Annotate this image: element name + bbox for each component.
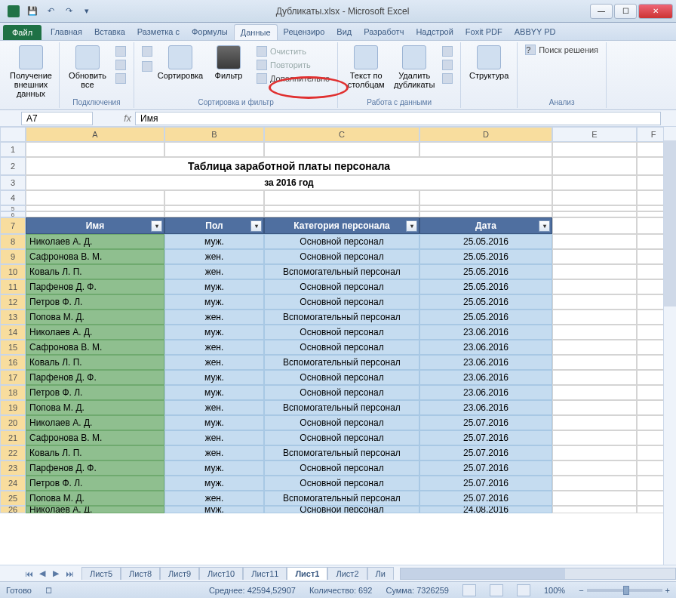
cell-date[interactable]: 25.07.2016 [419,460,552,476]
cell-name[interactable]: Петров Ф. Л. [26,476,164,491]
table-row[interactable]: 15Сафронова В. М.жен.Основной персонал23… [0,340,676,355]
sheet-nav-prev[interactable]: ◀ [36,568,48,580]
cell-category[interactable]: Вспомогательный персонал [264,491,419,506]
cell-category[interactable]: Основной персонал [264,415,419,430]
row-header[interactable]: 6 [0,211,26,217]
zoom-out-button[interactable]: − [579,586,583,595]
sort-za-button[interactable] [140,60,154,72]
row-header[interactable]: 15 [0,340,26,355]
get-external-data-button[interactable]: Получение внешних данных [9,44,53,100]
macro-record-icon[interactable]: ◻ [45,585,52,595]
table-row[interactable]: 22Коваль Л. П.жен.Вспомогательный персон… [0,445,676,460]
table-row[interactable]: 19Попова М. Д.жен.Вспомогательный персон… [0,400,676,415]
cell-date[interactable]: 23.06.2016 [419,325,552,340]
normal-view-button[interactable] [462,584,476,596]
cell-category[interactable]: Основной персонал [264,370,419,385]
table-row[interactable]: 20Николаев А. Д.муж.Основной персонал25.… [0,415,676,430]
close-button[interactable]: ✕ [638,4,673,19]
zoom-in-button[interactable]: + [665,586,670,595]
cell-date[interactable]: 23.06.2016 [419,400,552,415]
row-header[interactable]: 10 [0,264,26,279]
cell-sex[interactable]: жен. [164,491,264,506]
cell-category[interactable]: Основной персонал [264,430,419,445]
row-header[interactable]: 26 [0,506,26,513]
row-header[interactable]: 23 [0,460,26,476]
cell-name[interactable]: Попова М. Д. [26,491,164,506]
table-header-name[interactable]: Имя▾ [26,217,164,234]
cell-category[interactable]: Вспомогательный персонал [264,310,419,325]
cell-name[interactable]: Коваль Л. П. [26,355,164,370]
cell-name[interactable]: Петров Ф. Л. [26,385,164,400]
cell-sex[interactable]: жен. [164,340,264,355]
row-header[interactable]: 13 [0,310,26,325]
ribbon-tab[interactable]: Вид [330,24,358,40]
row-header[interactable]: 20 [0,415,26,430]
row-header[interactable]: 16 [0,355,26,370]
ribbon-tab[interactable]: Формулы [186,24,234,40]
cell-category[interactable]: Основной персонал [264,506,419,513]
table-row[interactable]: 21Сафронова В. М.жен.Основной персонал25… [0,430,676,445]
table-row[interactable]: 17Парфенов Д. Ф.муж.Основной персонал23.… [0,370,676,385]
text-to-columns-button[interactable]: Текст по столбцам [344,44,388,91]
filter-dropdown-icon[interactable]: ▾ [250,220,262,232]
maximize-button[interactable]: ☐ [614,4,637,19]
save-icon[interactable]: 💾 [24,3,41,20]
table-row[interactable]: 9Сафронова В. М.жен.Основной персонал25.… [0,249,676,264]
cell-category[interactable]: Вспомогательный персонал [264,355,419,370]
table-row[interactable]: 18Петров Ф. Л.муж.Основной персонал23.06… [0,385,676,400]
cell-category[interactable]: Основной персонал [264,234,419,249]
sort-az-button[interactable] [140,45,154,57]
sheet-tab[interactable]: Лист5 [81,567,121,580]
cell-name[interactable]: Парфенов Д. Ф. [26,460,164,476]
sheet-tab[interactable]: Лист1 [287,567,327,580]
cell-date[interactable]: 23.06.2016 [419,385,552,400]
name-box[interactable]: A7 [21,112,93,125]
cell-name[interactable]: Николаев А. Д. [26,234,164,249]
sheet-tab[interactable]: Лист9 [160,567,199,580]
ribbon-tab[interactable]: Разметка с [131,24,186,40]
sheet-tab[interactable]: Лист10 [199,567,243,580]
cell-sex[interactable]: жен. [164,430,264,445]
row-header[interactable]: 4 [0,190,26,205]
cell-name[interactable]: Сафронова В. М. [26,249,164,264]
undo-icon[interactable]: ↶ [42,3,59,20]
cell-name[interactable]: Николаев А. Д. [26,506,164,513]
table-row[interactable]: 12Петров Ф. Л.муж.Основной персонал25.05… [0,294,676,310]
col-header-c[interactable]: C [264,127,419,142]
cell-sex[interactable]: муж. [164,460,264,476]
cell-sex[interactable]: муж. [164,370,264,385]
col-header-b[interactable]: B [164,127,264,142]
sheet-tab[interactable]: Лист2 [327,567,367,580]
cell-category[interactable]: Основной персонал [264,325,419,340]
data-validation-button[interactable] [441,45,454,57]
cell-date[interactable]: 23.06.2016 [419,355,552,370]
ribbon-tab[interactable]: ABBYY PD [509,24,562,40]
cell-date[interactable]: 25.07.2016 [419,476,552,491]
connections-button[interactable] [114,45,128,57]
table-row[interactable]: 11Парфенов Д. Ф.муж.Основной персонал25.… [0,279,676,294]
sheet-tab[interactable]: Лист8 [121,567,160,580]
table-row[interactable]: 26Николаев А. Д.муж.Основной персонал24.… [0,506,676,513]
filter-dropdown-icon[interactable]: ▾ [151,220,162,232]
cell-date[interactable]: 25.05.2016 [419,264,552,279]
table-row[interactable]: 14Николаев А. Д.муж.Основной персонал23.… [0,325,676,340]
cell-category[interactable]: Основной персонал [264,476,419,491]
outline-button[interactable]: Структура [467,44,511,82]
row-header[interactable]: 22 [0,445,26,460]
minimize-button[interactable]: — [590,4,613,19]
zoom-level[interactable]: 100% [544,586,565,595]
refresh-all-button[interactable]: Обновить все [66,44,109,91]
cell-category[interactable]: Основной персонал [264,279,419,294]
cell-name[interactable]: Николаев А. Д. [26,325,164,340]
table-row[interactable]: 13Попова М. Д.жен.Вспомогательный персон… [0,310,676,325]
fx-icon[interactable]: fx [120,113,135,124]
row-header[interactable]: 17 [0,370,26,385]
row-header[interactable]: 11 [0,279,26,294]
worksheet-grid[interactable]: A B C D E F 1 2Таблица заработной платы … [0,127,676,565]
ribbon-tab[interactable]: Рецензиро [278,24,331,40]
cell-name[interactable]: Парфенов Д. Ф. [26,370,164,385]
filter-button[interactable]: Фильтр [207,44,250,82]
row-header[interactable]: 25 [0,491,26,506]
cell-sex[interactable]: муж. [164,279,264,294]
cell-date[interactable]: 23.06.2016 [419,370,552,385]
